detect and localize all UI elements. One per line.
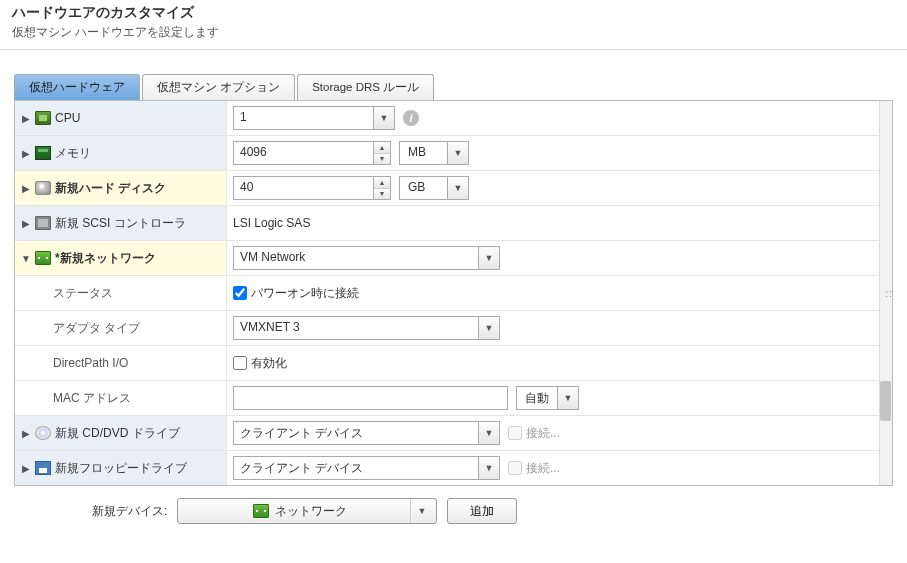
chevron-down-icon[interactable]: ▼ [373, 106, 395, 130]
cddvd-connect-checkbox: 接続... [508, 425, 560, 442]
new-device-label: 新規デバイス: [92, 503, 167, 520]
collapse-icon[interactable]: ▼ [21, 253, 31, 264]
new-device-selected: ネットワーク [275, 503, 347, 520]
poweron-connect-checkbox[interactable]: パワーオン時に接続 [233, 285, 359, 302]
mac-mode-select[interactable]: 自動 ▼ [516, 386, 579, 410]
network-select[interactable]: VM Network ▼ [233, 246, 500, 270]
chevron-down-icon[interactable]: ▼ [478, 316, 500, 340]
row-cddvd-value: クライアント デバイス ▼ 接続... [227, 417, 879, 449]
page-subtitle: 仮想マシン ハードウエアを設定します [12, 24, 895, 41]
memory-unit-select[interactable]: MB ▼ [399, 141, 469, 165]
tab-vm-options[interactable]: 仮想マシン オプション [142, 74, 295, 100]
row-disk-label-cell: ▶ 新規ハード ディスク [15, 171, 227, 205]
row-scsi: ▶ 新規 SCSI コントローラ LSI Logic SAS [15, 206, 879, 241]
tab-virtual-hardware[interactable]: 仮想ハードウェア [14, 74, 140, 100]
floppy-label: 新規フロッピードライブ [55, 460, 187, 477]
row-net-status-label: ステータス [15, 276, 227, 310]
cpu-icon [35, 111, 51, 125]
add-button[interactable]: 追加 [447, 498, 517, 524]
expand-icon[interactable]: ▶ [21, 113, 31, 124]
memory-spinner[interactable]: 4096 ▲ ▼ [233, 141, 391, 165]
cddvd-select[interactable]: クライアント デバイス ▼ [233, 421, 500, 445]
expand-icon[interactable]: ▶ [21, 463, 31, 474]
chevron-down-icon[interactable]: ▼ [478, 421, 500, 445]
network-label: *新規ネットワーク [55, 250, 156, 267]
row-mac-value: 自動 ▼ [227, 382, 879, 414]
spinner-down-icon[interactable]: ▼ [374, 189, 390, 200]
row-floppy-value: クライアント デバイス ▼ 接続... [227, 452, 879, 484]
chevron-down-icon[interactable]: ▼ [557, 386, 579, 410]
cpu-select[interactable]: 1 ▼ [233, 106, 395, 130]
expand-icon[interactable]: ▶ [21, 148, 31, 159]
row-directpath-value: 有効化 [227, 351, 879, 376]
row-scsi-label-cell: ▶ 新規 SCSI コントローラ [15, 206, 227, 240]
tab-storage-drs[interactable]: Storage DRS ルール [297, 74, 434, 100]
cddvd-label: 新規 CD/DVD ドライブ [55, 425, 180, 442]
row-adapter-label: アダプタ タイプ [15, 311, 227, 345]
expand-icon[interactable]: ▶ [21, 428, 31, 439]
disk-label: 新規ハード ディスク [55, 180, 166, 197]
floppy-connect-checkbox: 接続... [508, 460, 560, 477]
chevron-down-icon[interactable]: ▼ [478, 246, 500, 270]
chevron-down-icon[interactable]: ▼ [447, 176, 469, 200]
checkbox-label: 接続... [526, 425, 560, 442]
row-directpath: DirectPath I/O 有効化 [15, 346, 879, 381]
mac-address-input[interactable] [233, 386, 508, 410]
page-header: ハードウエアのカスタマイズ 仮想マシン ハードウエアを設定します [0, 0, 907, 50]
row-adapter-type: アダプタ タイプ VMXNET 3 ▼ [15, 311, 879, 346]
row-cddvd: ▶ 新規 CD/DVD ドライブ クライアント デバイス ▼ 接続... [15, 416, 879, 451]
row-cpu: ▶ CPU 1 ▼ i [15, 101, 879, 136]
spinner-up-icon[interactable]: ▲ [374, 177, 390, 189]
row-floppy: ▶ 新規フロッピードライブ クライアント デバイス ▼ 接続... [15, 451, 879, 485]
cpu-label: CPU [55, 111, 80, 125]
memory-icon [35, 146, 51, 160]
checkbox-input[interactable] [233, 286, 247, 300]
scsi-icon [35, 216, 51, 230]
row-network-value: VM Network ▼ [227, 242, 879, 274]
scrollbar-thumb[interactable] [880, 381, 891, 421]
network-icon [35, 251, 51, 265]
resize-handle[interactable]: :: [885, 287, 893, 299]
chevron-down-icon[interactable]: ▼ [410, 499, 432, 523]
checkbox-input[interactable] [233, 356, 247, 370]
row-scsi-value: LSI Logic SAS [227, 212, 879, 234]
new-device-footer: 新規デバイス: ネットワーク ▼ 追加 [14, 486, 893, 528]
disk-spinner[interactable]: 40 ▲ ▼ [233, 176, 391, 200]
row-net-status-value: パワーオン時に接続 [227, 281, 879, 306]
settings-panel: :: ▶ CPU 1 ▼ i [14, 100, 893, 486]
row-network: ▼ *新規ネットワーク VM Network ▼ [15, 241, 879, 276]
new-device-select[interactable]: ネットワーク ▼ [177, 498, 437, 524]
row-floppy-label-cell: ▶ 新規フロッピードライブ [15, 451, 227, 485]
checkbox-label: 有効化 [251, 355, 287, 372]
chevron-down-icon[interactable]: ▼ [478, 456, 500, 480]
scsi-label: 新規 SCSI コントローラ [55, 215, 186, 232]
checkbox-input [508, 426, 522, 440]
row-disk: ▶ 新規ハード ディスク 40 ▲ ▼ GB ▼ [15, 171, 879, 206]
checkbox-label: パワーオン時に接続 [251, 285, 359, 302]
chevron-down-icon[interactable]: ▼ [447, 141, 469, 165]
floppy-select[interactable]: クライアント デバイス ▼ [233, 456, 500, 480]
expand-icon[interactable]: ▶ [21, 218, 31, 229]
row-net-status: ステータス パワーオン時に接続 [15, 276, 879, 311]
row-memory: ▶ メモリ 4096 ▲ ▼ MB ▼ [15, 136, 879, 171]
row-cpu-value: 1 ▼ i [227, 102, 879, 134]
row-adapter-value: VMXNET 3 ▼ [227, 312, 879, 344]
row-memory-label-cell: ▶ メモリ [15, 136, 227, 170]
spinner-up-icon[interactable]: ▲ [374, 142, 390, 154]
memory-label: メモリ [55, 145, 91, 162]
checkbox-label: 接続... [526, 460, 560, 477]
disk-unit-select[interactable]: GB ▼ [399, 176, 469, 200]
directpath-checkbox[interactable]: 有効化 [233, 355, 287, 372]
expand-icon[interactable]: ▶ [21, 183, 31, 194]
floppy-icon [35, 461, 51, 475]
info-icon[interactable]: i [403, 110, 419, 126]
adapter-select[interactable]: VMXNET 3 ▼ [233, 316, 500, 340]
page-title: ハードウエアのカスタマイズ [12, 4, 895, 22]
tab-bar: 仮想ハードウェア 仮想マシン オプション Storage DRS ルール [14, 74, 893, 100]
scsi-value-text: LSI Logic SAS [233, 216, 310, 230]
row-mac: MAC アドレス 自動 ▼ [15, 381, 879, 416]
checkbox-input [508, 461, 522, 475]
row-cpu-label-cell: ▶ CPU [15, 101, 227, 135]
spinner-down-icon[interactable]: ▼ [374, 154, 390, 165]
cd-icon [35, 426, 51, 440]
